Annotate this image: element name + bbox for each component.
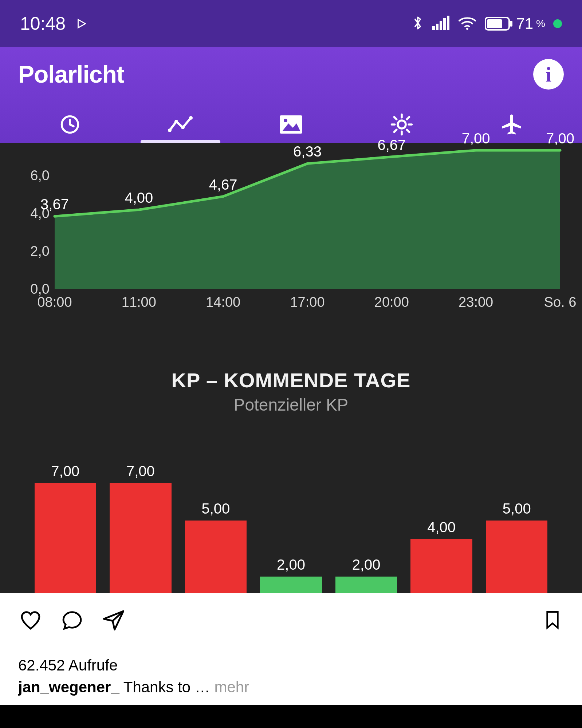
point-label: 6,67: [377, 137, 406, 153]
y-tick: 2,0: [30, 244, 50, 259]
bookmark-icon[interactable]: [542, 608, 563, 633]
section-heading: KP – KOMMENDE TAGE Potenzieller KP: [0, 368, 582, 415]
clock-time: 10:48: [20, 13, 66, 34]
share-icon[interactable]: [102, 608, 125, 633]
svg-point-14: [189, 116, 193, 120]
status-dot: [553, 19, 562, 28]
svg-point-18: [398, 120, 406, 128]
svg-point-11: [168, 128, 172, 132]
x-tick: 17:00: [290, 294, 325, 310]
android-nav-bar: [0, 705, 582, 728]
info-button[interactable]: i: [533, 59, 564, 90]
svg-point-6: [466, 28, 468, 30]
bar-value-label: 5,00: [202, 500, 230, 517]
y-tick: 6,0: [30, 168, 50, 183]
svg-line-23: [394, 117, 396, 119]
ig-action-bar: [0, 593, 582, 648]
tab-bar: [0, 106, 582, 143]
point-label: 4,67: [209, 177, 237, 193]
svg-rect-2: [436, 24, 439, 30]
x-tick: 11:00: [122, 294, 156, 310]
like-icon[interactable]: [19, 608, 42, 633]
x-tick: So. 6: [544, 294, 577, 310]
x-tick: 23:00: [459, 294, 493, 310]
bar-value-label: 7,00: [126, 463, 155, 479]
bar-value-label: 5,00: [503, 500, 531, 517]
svg-point-13: [181, 126, 185, 129]
battery-percent: 71: [516, 15, 533, 32]
page-title: Polarlicht: [18, 60, 124, 88]
app-header: Polarlicht i: [0, 47, 582, 143]
cellular-icon: [432, 16, 450, 32]
svg-rect-1: [432, 26, 435, 30]
section-title: KP – KOMMENDE TAGE: [0, 368, 582, 392]
kp-hourly-chart: 0,0 2,0 4,0 6,0 08:0011:0014:0017:0020:0…: [15, 143, 567, 325]
svg-line-24: [407, 130, 409, 132]
battery-percent-sign: %: [536, 18, 545, 29]
point-label: 4,00: [125, 190, 153, 206]
point-label: 7,00: [546, 130, 574, 147]
svg-line-25: [394, 130, 396, 132]
battery-indicator: 71 %: [485, 15, 545, 32]
x-tick: 20:00: [374, 294, 409, 310]
ig-views-line: 62.452 Aufrufe: [18, 657, 564, 674]
svg-rect-9: [487, 19, 502, 28]
tab-trend[interactable]: [125, 106, 236, 143]
comment-icon[interactable]: [60, 608, 84, 633]
bar-value-label: 7,00: [51, 463, 79, 479]
point-label: 3,67: [40, 196, 69, 213]
svg-point-12: [174, 120, 178, 123]
point-label: 6,33: [293, 143, 322, 160]
bar-value-label: 4,00: [427, 519, 456, 535]
app-screen: 10:48: [0, 0, 582, 728]
svg-rect-3: [440, 21, 442, 30]
ig-caption-line[interactable]: jan_wegener_ Thanks to … mehr: [18, 678, 564, 696]
x-tick: 14:00: [206, 294, 240, 310]
section-subtitle: Potenzieller KP: [0, 395, 582, 415]
svg-rect-5: [447, 16, 449, 30]
svg-line-26: [407, 117, 409, 119]
play-store-icon: [75, 17, 87, 30]
wifi-icon: [458, 16, 477, 32]
svg-rect-8: [510, 21, 512, 27]
bluetooth-icon: [411, 15, 424, 33]
svg-point-17: [284, 119, 287, 122]
svg-marker-0: [78, 20, 86, 28]
x-tick: 08:00: [37, 294, 72, 310]
bar-value-label: 2,00: [352, 557, 381, 573]
tab-clock[interactable]: [15, 106, 125, 143]
tab-image[interactable]: [236, 106, 346, 143]
ig-meta: 62.452 Aufrufe jan_wegener_ Thanks to … …: [0, 648, 582, 705]
bar-value-label: 2,00: [277, 557, 305, 573]
svg-rect-15: [280, 115, 302, 134]
status-bar: 10:48: [0, 0, 582, 47]
point-label: 7,00: [462, 130, 490, 147]
svg-rect-4: [443, 18, 446, 30]
